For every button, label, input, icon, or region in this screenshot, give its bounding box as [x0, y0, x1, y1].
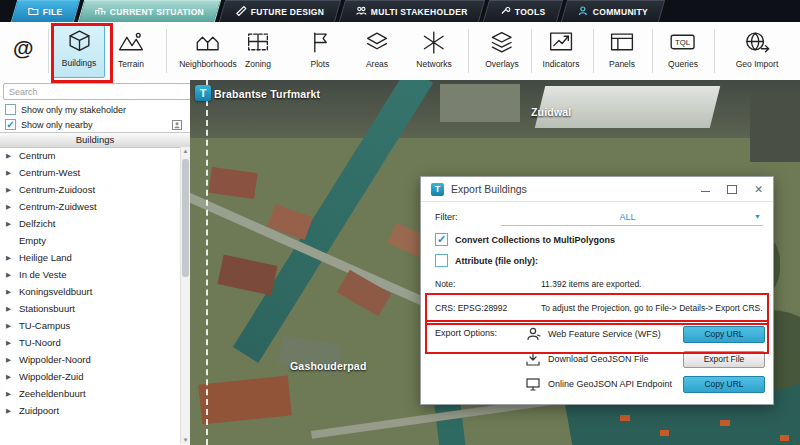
ribbon-item-overlays[interactable]: Overlays: [485, 27, 519, 69]
ribbon-item-areas[interactable]: Areas: [364, 27, 391, 69]
maximize-icon[interactable]: [727, 185, 737, 194]
ribbon-toolbar: @ BuildingsTerrainNeighborhoodsZoningPlo…: [0, 22, 800, 81]
chevron-right-icon: ▶: [6, 407, 13, 415]
list-item-label: Centrum-Zuidwest: [19, 201, 97, 212]
list-item[interactable]: ▶Heilige Land: [0, 249, 181, 266]
minimize-icon[interactable]: [701, 190, 710, 192]
divider: [425, 294, 769, 295]
list-item-label: Centrum-Zuidoost: [19, 184, 95, 195]
ribbon-item-plots[interactable]: Plots: [307, 27, 334, 69]
list-item[interactable]: ▶Koningsveldbuurt: [0, 283, 181, 300]
tab-label: TOOLS: [515, 7, 546, 17]
chevron-right-icon: ▶: [6, 271, 13, 279]
ribbon-item-zoning[interactable]: Zoning: [245, 27, 272, 69]
wfs-icon: [525, 326, 541, 342]
wrench-icon: [500, 5, 511, 18]
ribbon-item-geo-import[interactable]: Geo Import: [736, 27, 779, 69]
ribbon-separator: [652, 29, 653, 73]
chevron-right-icon: ▶: [6, 322, 13, 330]
sidebar-scrollbar[interactable]: ▲ ▼: [180, 147, 190, 444]
scroll-up-icon[interactable]: ▲: [181, 148, 190, 154]
ribbon-item-label: Zoning: [245, 59, 271, 69]
ribbon-item-label: Neighborhoods: [179, 59, 237, 69]
city-icon: [94, 5, 105, 18]
ribbon-item-neighborhoods[interactable]: Neighborhoods: [179, 27, 237, 69]
export-row-2: Online GeoJSON API EndpointCopy URL: [525, 374, 765, 394]
attribute-checkbox[interactable]: [435, 254, 448, 267]
checkbox-icon[interactable]: [5, 104, 16, 115]
ribbon-item-label: Panels: [609, 59, 635, 69]
tab-label: MULTI STAKEHOLDER: [371, 7, 468, 17]
list-item[interactable]: ▶Centrum-Zuidwest: [0, 198, 181, 215]
overlays-icon: [488, 27, 515, 57]
ribbon-item-indicators[interactable]: Indicators: [543, 27, 580, 69]
panels-icon: [609, 27, 636, 57]
map-street-label: Gashouderpad: [290, 360, 367, 372]
dialog-titlebar[interactable]: T Export Buildings ✕: [421, 177, 773, 202]
list-item[interactable]: ▶TU-Campus: [0, 317, 181, 334]
note-row: Note: 11.392 items are exported.: [435, 276, 763, 292]
export-options-label: Export Options:: [435, 328, 497, 338]
monitor-icon: [525, 376, 541, 392]
export-file-button[interactable]: Export File: [683, 351, 765, 368]
scrollbar-thumb[interactable]: [182, 159, 189, 277]
list-item[interactable]: ▶Wippolder-Noord: [0, 351, 181, 368]
copy-url-button[interactable]: Copy URL: [683, 376, 765, 393]
list-item[interactable]: ▶Delfzicht: [0, 215, 181, 232]
filter-checkbox-row-1[interactable]: ✓Show only nearby: [0, 117, 188, 132]
list-item[interactable]: ▶In de Veste: [0, 266, 181, 283]
filter-row: Filter: ALL ▼: [435, 209, 763, 225]
ribbon-item-networks[interactable]: Networks: [416, 27, 451, 69]
scroll-down-icon[interactable]: ▼: [181, 437, 190, 443]
export-row-label: Web Feature Service (WFS): [548, 329, 661, 339]
list-item[interactable]: ▶Stationsbuurt: [0, 300, 181, 317]
tab-label: FUTURE DESIGN: [251, 7, 324, 17]
chevron-right-icon: ▶: [6, 203, 13, 211]
list-item[interactable]: ▶TU-Noord: [0, 334, 181, 351]
map-selection-line: [206, 80, 208, 445]
filter-label: Filter:: [435, 212, 501, 222]
filter-checkbox-row-0[interactable]: Show only my stakeholder: [0, 102, 188, 117]
queries-icon: TQL: [669, 27, 696, 57]
list-item[interactable]: ▶Empty: [0, 232, 181, 249]
list-item-label: Wippolder-Noord: [19, 354, 91, 365]
list-item-label: Zeeheldenbuurt: [19, 388, 86, 399]
chevron-right-icon: ▶: [6, 373, 13, 381]
list-item[interactable]: ▶Centrum: [0, 147, 181, 164]
attribute-checkbox-row: Attribute (file only):: [435, 254, 538, 267]
list-item[interactable]: ▶Wippolder-Zuid: [0, 368, 181, 385]
list-item-label: Stationsbuurt: [19, 303, 75, 314]
multipolygons-checkbox[interactable]: ✓: [435, 233, 448, 246]
tab-file[interactable]: FILE: [11, 0, 80, 22]
search-input[interactable]: [3, 83, 191, 100]
map-logo-icon: T: [195, 85, 211, 101]
note-value: 11.392 items are exported.: [541, 279, 642, 289]
list-item-label: In de Veste: [19, 269, 67, 280]
tab-tools[interactable]: TOOLS: [483, 0, 563, 22]
list-item[interactable]: ▶Centrum-West: [0, 164, 181, 181]
tab-multi-stakeholder[interactable]: MULTI STAKEHOLDER: [339, 0, 485, 22]
copy-url-button[interactable]: Copy URL: [683, 326, 765, 343]
list-item[interactable]: ▶Zuidpoort: [0, 402, 181, 419]
assistant-icon[interactable]: @: [13, 36, 33, 60]
tab-future-design[interactable]: FUTURE DESIGN: [219, 0, 342, 22]
crs-label: CRS: EPSG:28992: [435, 303, 541, 313]
tab-current-situation[interactable]: CURRENT SITUATION: [77, 0, 221, 22]
ribbon-item-queries[interactable]: TQLQueries: [668, 27, 698, 69]
ribbon-item-panels[interactable]: Panels: [609, 27, 636, 69]
indicators-icon: [547, 27, 574, 57]
map-highlight: [660, 430, 669, 436]
map-highlight: [720, 420, 730, 426]
map-building: [217, 255, 277, 296]
chevron-right-icon: ▶: [6, 152, 13, 160]
app-window: FILECURRENT SITUATIONFUTURE DESIGNMULTI …: [0, 0, 800, 445]
ribbon-item-label: Plots: [311, 59, 330, 69]
tab-community[interactable]: COMMUNITY: [561, 0, 665, 22]
list-item[interactable]: ▶Centrum-Zuidoost: [0, 181, 181, 198]
close-icon[interactable]: ✕: [754, 184, 763, 194]
ribbon-item-buildings[interactable]: Buildings: [53, 25, 105, 78]
filter-dropdown[interactable]: ALL ▼: [501, 209, 763, 226]
checkbox-icon[interactable]: ✓: [5, 119, 16, 130]
list-item[interactable]: ▶Zeeheldenbuurt: [0, 385, 181, 402]
ribbon-item-terrain[interactable]: Terrain: [118, 27, 145, 69]
